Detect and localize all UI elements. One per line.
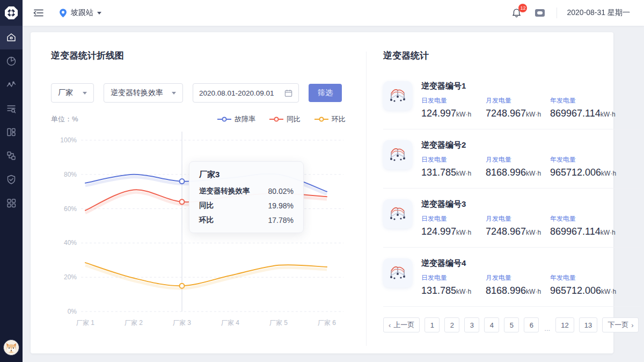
inverter-icon (383, 140, 412, 169)
metric-unit: kW·h (526, 288, 541, 295)
pagination-page-button[interactable]: 5 (504, 317, 519, 332)
legend-item[interactable]: 同比 (269, 114, 301, 124)
sidebar-item-grid[interactable] (0, 191, 23, 215)
legend-item[interactable]: 环比 (314, 114, 346, 124)
x-tick-label: 厂家 6 (318, 319, 336, 327)
x-tick-label: 厂家 5 (269, 319, 288, 327)
chevron-down-icon (97, 12, 101, 15)
metric-select[interactable]: 逆变器转换效率 (104, 83, 183, 103)
inverter-list-item[interactable]: 逆变器编号2日发电量131.785kW·h月发电量8168.996kW·h年发电… (383, 129, 641, 189)
metric-label: 日发电量 (421, 214, 486, 223)
series-marker (180, 284, 185, 288)
tooltip-label: 同比 (199, 201, 214, 211)
app-logo[interactable] (0, 0, 23, 26)
sidebar-item-nodes[interactable] (0, 144, 23, 168)
pagination-page-button[interactable]: 6 (524, 317, 539, 332)
metric-value: 7248.967kW·h (486, 226, 550, 237)
metric: 月发电量8168.996kW·h (486, 273, 550, 296)
pagination-page-button[interactable]: 2 (444, 317, 459, 332)
pagination-page-button[interactable]: 3 (464, 317, 479, 332)
pie-chart-icon (6, 56, 17, 67)
pagination-page-button[interactable]: 12 (555, 317, 574, 332)
pagination-next-button[interactable]: 下一页› (602, 317, 639, 332)
tooltip-row: 逆变器转换效率80.02% (199, 186, 294, 196)
pagination-page-button[interactable]: 1 (425, 317, 440, 332)
fox-avatar-icon (4, 340, 19, 355)
metric-label: 月发电量 (486, 96, 550, 105)
legend-item[interactable]: 故障率 (217, 114, 255, 124)
legend-marker-icon (269, 117, 283, 122)
y-tick-label: 100% (60, 136, 77, 144)
sidebar (0, 0, 23, 362)
metric-label: 年发电量 (550, 96, 641, 105)
metric: 年发电量869967.114kW·h (550, 214, 641, 237)
sidebar-item-pie-chart[interactable] (0, 49, 23, 73)
sidebar-item-home[interactable] (0, 26, 23, 49)
pagination-page-button[interactable]: 4 (484, 317, 499, 332)
monitor-icon (535, 9, 545, 17)
metric-unit: kW·h (456, 111, 471, 118)
inverter-illustration-icon (386, 202, 409, 226)
shield-check-icon (6, 174, 17, 185)
pagination-page-button[interactable]: 13 (579, 317, 597, 332)
x-tick-label: 厂家 2 (125, 319, 143, 327)
filter-button[interactable]: 筛选 (309, 84, 342, 102)
sidebar-item-list-search[interactable] (0, 97, 23, 120)
metric-label: 日发电量 (421, 96, 486, 105)
metric-value: 965712.006kW·h (550, 285, 641, 296)
chevron-left-icon: ‹ (389, 321, 391, 329)
sidebar-item-activity[interactable] (0, 73, 23, 97)
date-range-input[interactable]: 2020.08.01-2020.09.01 (193, 83, 299, 103)
panel-divider (366, 52, 367, 346)
inverter-metrics: 日发电量124.997kW·h月发电量7248.967kW·h年发电量86996… (421, 214, 641, 237)
legend-marker-icon (314, 117, 328, 122)
metric-value: 131.785kW·h (421, 285, 486, 296)
inverter-name: 逆变器编号1 (421, 81, 641, 91)
legend-label: 环比 (332, 114, 346, 124)
station-selector[interactable]: 坡跟站 (59, 8, 101, 18)
metric-unit: kW·h (526, 170, 541, 177)
inverter-metrics: 日发电量131.785kW·h月发电量8168.996kW·h年发电量96571… (421, 273, 641, 296)
menu-fold-icon[interactable] (31, 5, 46, 20)
chart-panel: 逆变器统计折线图 厂家 逆变器转换效率 2020.08.01-2020.09.0… (31, 32, 366, 353)
inverter-name: 逆变器编号4 (421, 258, 641, 269)
series-line (85, 263, 327, 286)
pagination-prev-button[interactable]: ‹上一页 (383, 317, 420, 332)
metric: 日发电量131.785kW·h (421, 155, 486, 178)
inverter-list-item[interactable]: 逆变器编号3日发电量124.997kW·h月发电量7248.967kW·h年发电… (383, 189, 641, 248)
inverter-list-item[interactable]: 逆变器编号1日发电量124.997kW·h月发电量7248.967kW·h年发电… (383, 70, 641, 129)
legend-label: 同比 (287, 114, 301, 124)
metric-value: 124.997kW·h (421, 226, 486, 237)
dashboard-card: 逆变器统计折线图 厂家 逆变器转换效率 2020.08.01-2020.09.0… (31, 32, 613, 353)
inverter-panel-title: 逆变器统计 (383, 49, 641, 62)
inverter-icon (383, 199, 412, 228)
sidebar-item-layout[interactable] (0, 120, 23, 144)
sidebar-item-shield-check[interactable] (0, 168, 23, 191)
inverter-panel: 逆变器统计 逆变器编号1日发电量124.997kW·h月发电量7248.967k… (366, 32, 644, 353)
screen-button[interactable] (533, 6, 547, 20)
tooltip-value: 17.78% (268, 216, 294, 225)
inverter-list-item[interactable]: 逆变器编号4日发电量131.785kW·h月发电量8168.996kW·h年发电… (383, 248, 641, 307)
metric-unit: kW·h (526, 111, 541, 118)
metric-value: 869967.114kW·h (550, 226, 641, 237)
metric-unit: kW·h (456, 288, 471, 295)
station-name: 坡跟站 (71, 8, 93, 18)
metric-label: 年发电量 (550, 214, 641, 223)
series-marker (180, 199, 185, 204)
metric-label: 日发电量 (421, 155, 486, 164)
grid-icon (6, 198, 17, 208)
y-tick-label: 0% (68, 308, 77, 315)
metric-value: 131.785kW·h (421, 167, 486, 178)
notifications-button[interactable]: 12 (509, 6, 523, 20)
dimension-select[interactable]: 厂家 (51, 83, 94, 103)
metric-unit: kW·h (456, 229, 471, 236)
inverter-illustration-icon (386, 84, 409, 107)
legend-label: 故障率 (235, 114, 255, 124)
home-icon (6, 32, 17, 43)
inverter-icon (383, 258, 412, 287)
user-avatar[interactable] (3, 339, 19, 356)
tooltip-value: 19.98% (268, 201, 294, 210)
inverter-info: 逆变器编号1日发电量124.997kW·h月发电量7248.967kW·h年发电… (421, 81, 641, 119)
calendar-icon (284, 89, 292, 97)
list-search-icon (6, 103, 17, 114)
